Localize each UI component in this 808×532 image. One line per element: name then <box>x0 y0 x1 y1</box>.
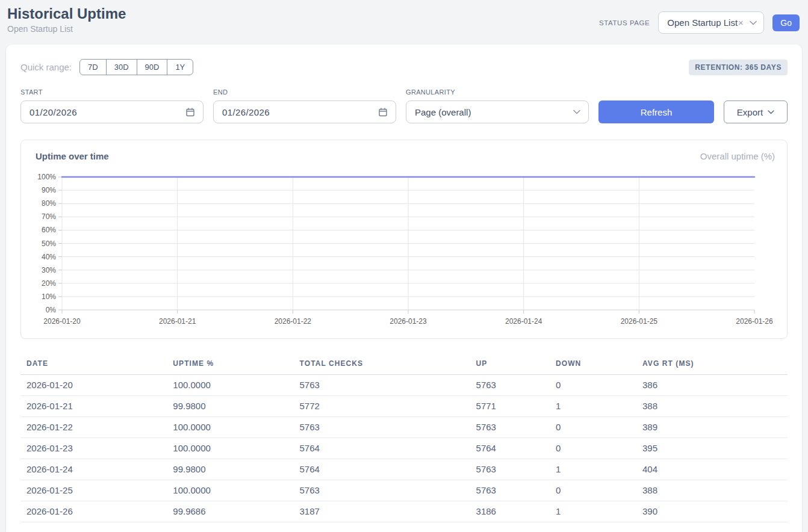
table-cell: 3187 <box>294 501 470 522</box>
table-header-row: DATEUPTIME %TOTAL CHECKSUPDOWNAVG RT (MS… <box>20 354 788 375</box>
status-page-select[interactable]: Open Startup List × <box>658 11 764 34</box>
start-date-input[interactable]: 01/20/2026 <box>20 101 204 123</box>
end-date-input[interactable]: 01/26/2026 <box>213 101 396 123</box>
table-cell: 100.0000 <box>167 480 293 501</box>
table-cell: 390 <box>636 501 788 522</box>
table-cell: 388 <box>636 396 788 417</box>
svg-text:2026-01-25: 2026-01-25 <box>621 317 658 326</box>
table-cell: 389 <box>636 417 788 438</box>
calendar-icon[interactable] <box>185 107 195 117</box>
table-cell: 388 <box>636 480 788 501</box>
granularity-field: GRANULARITY Page (overall) <box>406 88 589 123</box>
svg-text:100%: 100% <box>37 173 56 181</box>
uptime-chart-svg: 0%10%20%30%40%50%60%70%80%90%100%2026-01… <box>31 171 778 329</box>
status-page-selected-value: Open Startup List <box>667 17 738 28</box>
table-cell: 2026-01-23 <box>20 438 167 459</box>
clear-selection-icon[interactable]: × <box>738 17 744 28</box>
table-cell: 5764 <box>294 438 470 459</box>
table-cell: 5771 <box>470 396 550 417</box>
table-cell: 5764 <box>470 438 550 459</box>
column-header: AVG RT (MS) <box>636 354 788 375</box>
chevron-down-icon <box>573 110 580 114</box>
start-date-field: START 01/20/2026 <box>20 88 204 123</box>
filter-fields-row: START 01/20/2026 END 01/26/2026 <box>20 88 788 123</box>
quick-range-group: 7D30D90D1Y <box>79 59 193 75</box>
svg-text:60%: 60% <box>42 226 56 234</box>
table-cell: 5763 <box>294 417 470 438</box>
svg-text:2026-01-21: 2026-01-21 <box>159 317 196 326</box>
table-cell: 1 <box>550 459 636 480</box>
svg-text:0%: 0% <box>46 306 57 314</box>
quick-range-row: Quick range: 7D30D90D1Y RETENTION: 365 D… <box>20 59 788 75</box>
svg-text:2026-01-23: 2026-01-23 <box>390 317 427 326</box>
table-cell: 5763 <box>470 375 550 396</box>
table-cell: 0 <box>550 480 636 501</box>
svg-text:70%: 70% <box>42 212 56 221</box>
granularity-select[interactable]: Page (overall) <box>406 101 589 123</box>
table-cell: 5763 <box>470 459 550 480</box>
page-heading-block: Historical Uptime Open Startup List <box>7 6 126 34</box>
quick-range-left: Quick range: 7D30D90D1Y <box>20 59 193 75</box>
uptime-table-body: 2026-01-20100.00005763576303862026-01-21… <box>20 375 788 522</box>
svg-text:30%: 30% <box>42 266 56 274</box>
chevron-down-icon <box>750 20 757 25</box>
table-cell: 3186 <box>470 501 550 522</box>
svg-text:40%: 40% <box>42 253 56 261</box>
table-cell: 2026-01-22 <box>20 417 167 438</box>
end-date-field: END 01/26/2026 <box>213 88 396 123</box>
svg-text:2026-01-26: 2026-01-26 <box>736 317 773 326</box>
table-row: 2026-01-25100.0000576357630388 <box>20 480 788 501</box>
granularity-label: GRANULARITY <box>406 88 589 96</box>
refresh-button[interactable]: Refresh <box>598 101 714 123</box>
calendar-icon[interactable] <box>378 107 388 117</box>
chevron-down-icon <box>768 110 774 114</box>
main-card: Quick range: 7D30D90D1Y RETENTION: 365 D… <box>6 45 802 532</box>
granularity-selected-value: Page (overall) <box>415 107 471 117</box>
table-cell: 395 <box>636 438 788 459</box>
end-date-value: 01/26/2026 <box>222 107 270 117</box>
page-subtitle: Open Startup List <box>7 24 126 34</box>
table-cell: 5763 <box>294 375 470 396</box>
table-cell: 1 <box>550 396 636 417</box>
svg-text:2026-01-24: 2026-01-24 <box>505 317 542 326</box>
table-cell: 1 <box>550 501 636 522</box>
go-button[interactable]: Go <box>772 14 800 31</box>
chart-header: Uptime over time Overall uptime (%) <box>31 151 777 161</box>
historical-uptime-page: Historical Uptime Open Startup List STAT… <box>0 0 808 532</box>
quick-range-7d-button[interactable]: 7D <box>79 59 107 75</box>
svg-text:10%: 10% <box>42 292 56 301</box>
uptime-table-head: DATEUPTIME %TOTAL CHECKSUPDOWNAVG RT (MS… <box>20 354 788 375</box>
table-cell: 0 <box>550 417 636 438</box>
svg-text:2026-01-20: 2026-01-20 <box>43 317 81 326</box>
table-cell: 100.0000 <box>167 438 293 459</box>
retention-badge: RETENTION: 365 DAYS <box>689 60 788 75</box>
header-right: STATUS PAGE Open Startup List × Go <box>599 11 800 34</box>
table-cell: 5772 <box>294 396 470 417</box>
table-cell: 5763 <box>470 480 550 501</box>
quick-range-90d-button[interactable]: 90D <box>137 59 168 75</box>
uptime-table: DATEUPTIME %TOTAL CHECKSUPDOWNAVG RT (MS… <box>20 354 788 522</box>
table-cell: 2026-01-21 <box>20 396 167 417</box>
table-row: 2026-01-22100.0000576357630389 <box>20 417 788 438</box>
column-header: TOTAL CHECKS <box>294 354 470 375</box>
table-cell: 386 <box>636 375 788 396</box>
quick-range-1y-button[interactable]: 1Y <box>167 59 193 75</box>
table-cell: 100.0000 <box>167 417 293 438</box>
table-cell: 2026-01-24 <box>20 459 167 480</box>
export-button-label: Export <box>737 107 763 117</box>
table-cell: 0 <box>550 375 636 396</box>
table-cell: 5763 <box>470 417 550 438</box>
quick-range-label: Quick range: <box>20 62 72 72</box>
svg-text:50%: 50% <box>42 240 56 248</box>
table-cell: 100.0000 <box>167 375 293 396</box>
quick-range-30d-button[interactable]: 30D <box>106 59 137 75</box>
chart-title: Uptime over time <box>36 151 109 161</box>
uptime-chart-card: Uptime over time Overall uptime (%) 0%10… <box>20 140 788 339</box>
chart-legend-label: Overall uptime (%) <box>700 151 775 161</box>
svg-text:2026-01-22: 2026-01-22 <box>275 317 312 326</box>
table-cell: 5764 <box>294 459 470 480</box>
table-cell: 2026-01-20 <box>20 375 167 396</box>
start-date-value: 01/20/2026 <box>30 107 77 117</box>
table-cell: 99.9800 <box>167 396 293 417</box>
export-button[interactable]: Export <box>724 101 788 123</box>
